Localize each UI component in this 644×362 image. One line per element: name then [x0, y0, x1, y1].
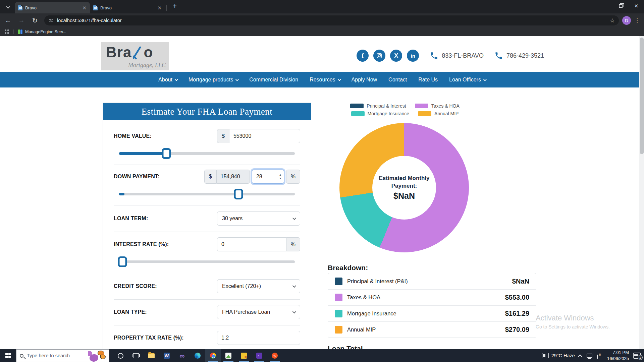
address-bar[interactable]: localhost:53671/fha-calculator ☆	[44, 15, 619, 25]
notification-icon[interactable]: 1	[633, 353, 641, 359]
slider-fill	[119, 193, 124, 195]
url-text[interactable]: localhost:53671/fha-calculator	[57, 18, 610, 23]
home-value-input[interactable]	[229, 129, 300, 143]
credit-score-select[interactable]: Excellent (720+)	[217, 279, 300, 293]
slider-handle[interactable]	[234, 189, 243, 199]
apps-grid-icon[interactable]	[5, 29, 9, 34]
start-button[interactable]	[0, 349, 16, 362]
nav-item-apply-now[interactable]: Apply Now	[352, 77, 377, 83]
property-tax-group: PROPERTY TAX RATE (%):	[103, 331, 311, 349]
bravo-logo[interactable]: Bra o Mortgage, LLC	[101, 42, 169, 70]
phone-group-1[interactable]: 833-FL-BRAVO	[430, 51, 484, 60]
legend-item: Principal & Interest	[350, 103, 406, 109]
linkedin-icon[interactable]: in	[407, 50, 419, 62]
tools-app-icon[interactable]	[236, 349, 252, 362]
page-scrollbar[interactable]	[639, 36, 644, 349]
edge-icon[interactable]	[190, 349, 205, 362]
instagram-icon[interactable]	[373, 50, 385, 62]
tab-title: Bravo	[100, 5, 155, 10]
legend-swatch-annual-mip	[418, 111, 431, 116]
nav-label: Contact	[388, 77, 407, 83]
nav-item-about[interactable]: About	[158, 77, 177, 83]
tab-close-icon[interactable]: ✕	[157, 5, 162, 10]
slider-track[interactable]	[119, 260, 295, 263]
chrome-icon[interactable]	[205, 349, 221, 362]
slider-handle[interactable]	[118, 256, 127, 267]
speaker-icon[interactable]	[597, 353, 603, 358]
legend-label: Taxes & HOA	[431, 103, 460, 109]
close-button[interactable]: ✕	[629, 0, 644, 12]
scrollbar-thumb[interactable]	[640, 38, 644, 154]
bookmark-star-icon[interactable]: ☆	[610, 17, 615, 24]
tab-search-button[interactable]	[3, 2, 13, 11]
row-value: $553.00	[505, 294, 529, 301]
edge-glyph	[195, 353, 201, 359]
forward-button[interactable]: →	[16, 15, 27, 26]
nav-item-resources[interactable]: Resources	[310, 77, 340, 83]
legend-item: Mortgage Insurance	[351, 111, 410, 116]
chrome-glyph	[210, 353, 216, 359]
row-swatch	[335, 326, 342, 334]
file-explorer-icon[interactable]	[144, 349, 159, 362]
home-value-slider[interactable]	[119, 148, 295, 159]
network-icon[interactable]	[587, 354, 592, 358]
spin-down-icon[interactable]: ▼	[279, 177, 282, 180]
minimize-button[interactable]: –	[598, 0, 613, 12]
cortana-icon[interactable]	[113, 349, 128, 362]
tab-close-icon[interactable]: ✕	[82, 5, 87, 10]
interest-rate-input[interactable]	[217, 237, 286, 251]
instagram-glyph	[376, 53, 382, 59]
nav-item-rate-us[interactable]: Rate Us	[418, 77, 438, 83]
chevron-down-icon	[292, 284, 296, 288]
word-icon[interactable]: W	[159, 349, 174, 362]
page-favicon	[18, 5, 22, 10]
back-button[interactable]: ←	[3, 15, 13, 26]
tray-chevron-up-icon[interactable]	[578, 354, 582, 359]
profile-avatar[interactable]: D	[622, 16, 631, 25]
down-payment-amount-input[interactable]	[216, 170, 250, 184]
nav-item-contact[interactable]: Contact	[388, 77, 407, 83]
down-payment-slider[interactable]	[119, 188, 295, 200]
loan-type-value: FHA Purchase Loan	[222, 309, 270, 315]
x-twitter-icon[interactable]: X	[390, 50, 402, 62]
facebook-icon[interactable]: f	[357, 50, 369, 62]
number-spinner-icons[interactable]: ▲ ▼	[279, 170, 282, 184]
site-settings-icon[interactable]	[48, 18, 54, 23]
loan-term-group: LOAN TERM: 30 years	[103, 212, 311, 232]
property-tax-input[interactable]	[217, 331, 300, 345]
browser-tab-active[interactable]: Bravo ✕	[15, 2, 90, 13]
restore-button[interactable]	[613, 0, 629, 12]
image-viewer-icon[interactable]	[221, 349, 236, 362]
slider-track[interactable]	[119, 193, 295, 195]
reload-button[interactable]: ↻	[30, 15, 40, 26]
chevron-down-icon	[338, 78, 341, 81]
pen-app-icon[interactable]: ✎	[267, 349, 282, 362]
nav-item-commercial-division[interactable]: Commercial Division	[249, 77, 298, 83]
main-nav: About Mortgage products Commercial Divis…	[0, 72, 644, 87]
spin-up-icon[interactable]: ▲	[279, 174, 282, 176]
phone-group-2[interactable]: 786-429-3521	[494, 51, 544, 60]
nav-item-loan-officers[interactable]: Loan Officers	[449, 77, 486, 83]
new-tab-button[interactable]: +	[170, 1, 179, 11]
loan-term-select[interactable]: 30 years	[217, 212, 300, 226]
search-highlight-image[interactable]	[88, 350, 109, 362]
interest-rate-slider[interactable]	[119, 256, 295, 267]
browser-menu-icon[interactable]: ⋮	[634, 17, 640, 24]
browser-tab-inactive[interactable]: Bravo ✕	[90, 2, 165, 13]
slider-handle[interactable]	[162, 148, 171, 159]
clock[interactable]: 7:01 PM 16/06/2025	[607, 350, 629, 361]
tab-title: Bravo	[25, 5, 79, 10]
watermark-line1: Activate Windows	[536, 314, 610, 322]
visual-studio-icon[interactable]: ∞	[174, 349, 190, 362]
taskbar-search[interactable]: Type here to search	[16, 349, 109, 362]
loan-type-select[interactable]: FHA Purchase Loan	[217, 305, 300, 319]
loan-type-label: LOAN TYPE:	[114, 309, 147, 315]
bookmark-item[interactable]: ManageEngine Serv...	[25, 29, 66, 34]
nav-item-mortgage-products[interactable]: Mortgage products	[189, 77, 238, 83]
task-view-icon[interactable]	[128, 349, 144, 362]
weather-widget[interactable]: 29°C Haze	[542, 353, 575, 358]
terminal-app-icon[interactable]: >_	[252, 349, 267, 362]
fha-calculator-card: Estimate Your FHA Loan Payment HOME VALU…	[103, 103, 311, 349]
breakdown-table: Principal & Interest (P&I) $NaN Taxes & …	[328, 273, 536, 338]
down-payment-percent-wrap: ▲ ▼	[252, 170, 284, 184]
